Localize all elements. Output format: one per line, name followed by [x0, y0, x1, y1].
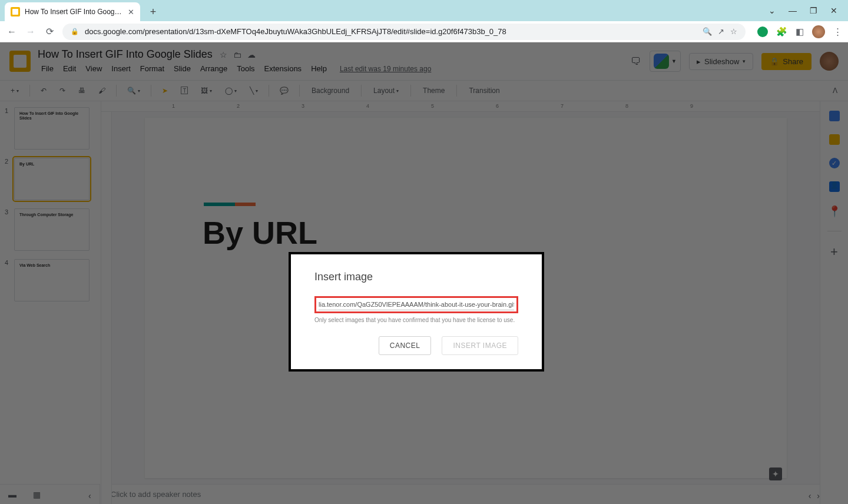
window-controls: ⌄ — ❐ ✕ [758, 0, 848, 21]
insert-image-dialog: Insert image Only select images that you… [289, 252, 544, 372]
new-tab-button[interactable]: + [145, 4, 161, 20]
address-bar: ← → ⟳ 🔒 docs.google.com/presentation/d/1… [0, 21, 848, 42]
url-field[interactable]: 🔒 docs.google.com/presentation/d/13sm-dX… [62, 24, 746, 40]
url-input-highlight [314, 296, 518, 313]
share-url-icon[interactable]: ↗ [718, 27, 724, 36]
browser-tab-strip: How To Insert GIF Into Google Sl ✕ + ⌄ —… [0, 0, 848, 21]
maximize-icon[interactable]: ❐ [810, 6, 817, 15]
close-tab-icon[interactable]: ✕ [128, 8, 134, 16]
bookmark-icon[interactable]: ☆ [730, 27, 737, 36]
grammarly-extension-icon[interactable] [757, 26, 768, 37]
slides-favicon [11, 7, 20, 16]
lock-icon: 🔒 [71, 28, 79, 35]
cancel-button[interactable]: CANCEL [379, 336, 432, 355]
extensions-icon[interactable]: 🧩 [776, 26, 787, 37]
dialog-title: Insert image [314, 271, 518, 283]
browser-extensions: 🧩 ◧ ⋮ [753, 25, 842, 38]
browser-profile-avatar[interactable] [812, 25, 825, 38]
url-text: docs.google.com/presentation/d/13sm-dXeM… [85, 27, 697, 36]
reload-button[interactable]: ⟳ [44, 26, 55, 37]
zoom-icon[interactable]: 🔍 [703, 27, 712, 36]
forward-button[interactable]: → [25, 26, 37, 37]
minimize-icon[interactable]: — [789, 6, 797, 15]
browser-tab[interactable]: How To Insert GIF Into Google Sl ✕ [5, 2, 140, 21]
image-url-input[interactable] [319, 299, 514, 310]
insert-image-button[interactable]: INSERT IMAGE [442, 336, 518, 355]
dialog-hint: Only select images that you have confirm… [314, 317, 518, 323]
slides-app: How To Insert GIF Into Google Slides ☆ 🗀… [0, 42, 848, 504]
chevron-down-icon[interactable]: ⌄ [768, 6, 776, 15]
close-window-icon[interactable]: ✕ [830, 6, 837, 15]
side-panel-icon[interactable]: ◧ [796, 26, 804, 37]
browser-menu-icon[interactable]: ⋮ [833, 26, 842, 37]
back-button[interactable]: ← [6, 26, 18, 37]
tab-title: How To Insert GIF Into Google Sl [25, 8, 123, 16]
